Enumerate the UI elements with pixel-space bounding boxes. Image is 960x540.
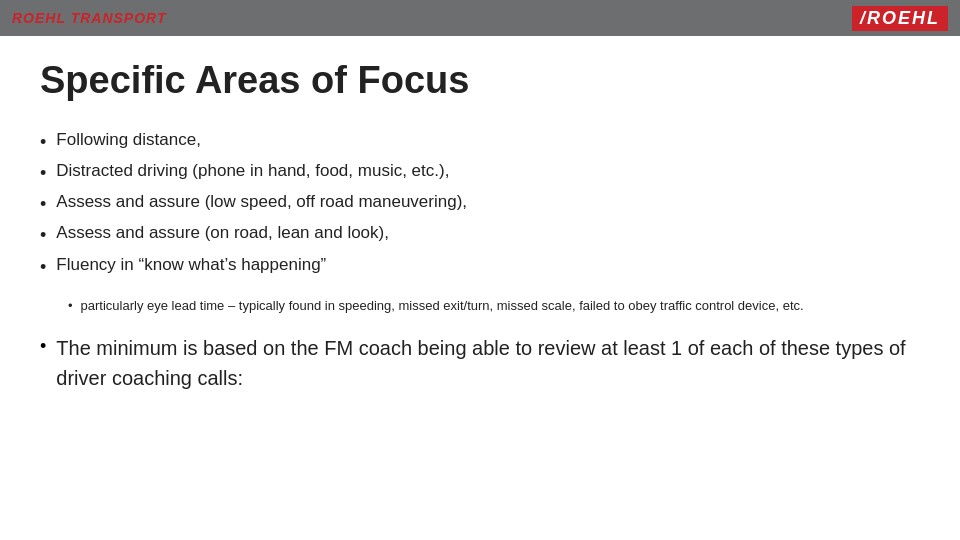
- header-bar: ROEHL TRANSPORT / ROEHL: [0, 0, 960, 36]
- list-item: Following distance,: [40, 130, 920, 155]
- logo-area: / ROEHL: [852, 6, 948, 31]
- page-title: Specific Areas of Focus: [40, 60, 920, 102]
- sub-bullet-section: particularly eye lead time – typically f…: [68, 296, 920, 316]
- bullet-list: Following distance, Distracted driving (…: [40, 130, 920, 280]
- logo-box: / ROEHL: [852, 6, 948, 31]
- bottom-bullet-text: The minimum is based on the FM coach bei…: [56, 333, 920, 393]
- list-item: Assess and assure (low speed, off road m…: [40, 192, 920, 217]
- list-item: Fluency in “know what’s happening”: [40, 255, 920, 280]
- sub-bullet-text: particularly eye lead time – typically f…: [81, 296, 804, 316]
- main-content: Specific Areas of Focus Following distan…: [0, 36, 960, 413]
- bottom-bullet: The minimum is based on the FM coach bei…: [40, 333, 920, 393]
- list-item: Distracted driving (phone in hand, food,…: [40, 161, 920, 186]
- sub-bullet-item: particularly eye lead time – typically f…: [68, 296, 920, 316]
- logo-text: ROEHL: [867, 8, 940, 29]
- list-item: Assess and assure (on road, lean and loo…: [40, 223, 920, 248]
- logo-slash: /: [860, 8, 865, 29]
- company-name: ROEHL TRANSPORT: [12, 10, 167, 26]
